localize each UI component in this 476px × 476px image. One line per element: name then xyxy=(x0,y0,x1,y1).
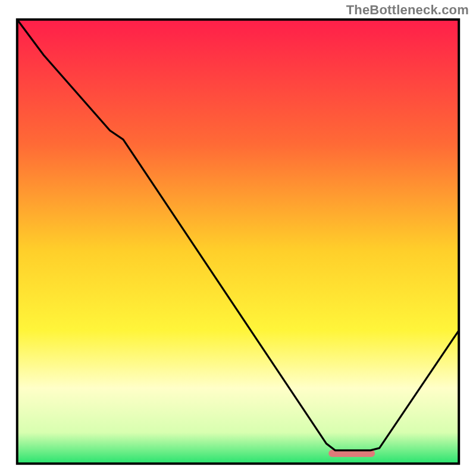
plot-background xyxy=(17,20,459,464)
bottleneck-chart xyxy=(0,0,476,476)
chart-container: TheBottleneck.com xyxy=(0,0,476,476)
